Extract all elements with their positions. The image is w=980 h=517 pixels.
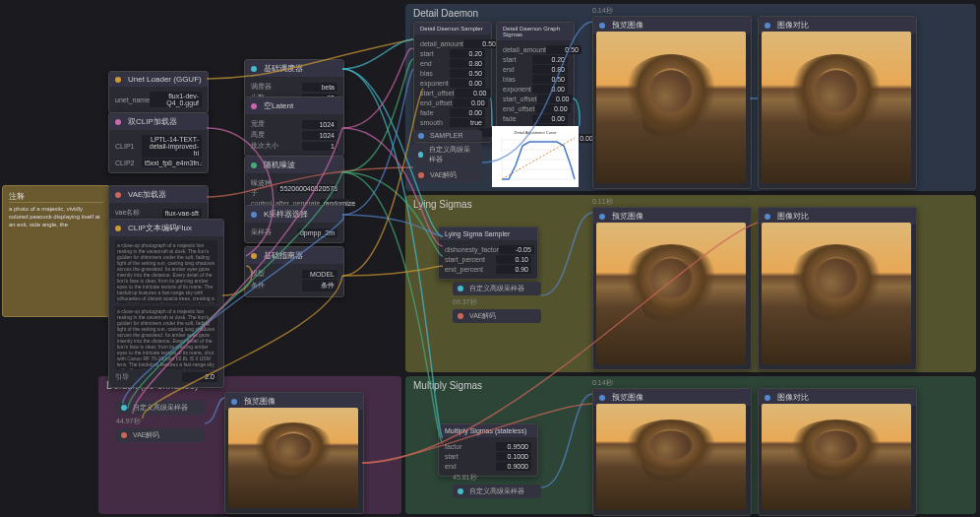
adv-sampler-lying[interactable]: 自定义高级采样器 <box>453 282 541 295</box>
lion-image-2b <box>762 223 911 364</box>
multiply-sigma-node[interactable]: Multiply Sigmas (stateless) factor0.9500… <box>438 423 538 477</box>
progress-default: 44.97秒 <box>116 417 205 426</box>
clip-encode-node[interactable]: CLIP文本编码Flux a close-up photograph of a … <box>108 219 224 388</box>
sigma-chart: Detail Adjustment Curve <box>492 126 579 187</box>
ksampler-select-node[interactable]: K采样器选择 采样器dpmpp_2m <box>244 205 344 243</box>
sampler-link[interactable]: SAMPLER <box>413 130 482 141</box>
note-text: a photo of a majestic, vividly colored p… <box>9 206 103 304</box>
svg-rect-0 <box>492 126 579 187</box>
unet-loader-node[interactable]: Unet Loader (GGUF) unet_nameflux1-dev-Q4… <box>108 71 209 113</box>
progress-lying: 69.37秒 <box>453 297 541 307</box>
vae-decode-default[interactable]: VAE解码 <box>116 428 205 442</box>
adv-sampler-multiply[interactable]: 自定义高级采样器 <box>453 485 541 498</box>
note-panel: 注释 a photo of a majestic, vividly colore… <box>2 185 110 317</box>
svg-text:Detail Adjustment Curve: Detail Adjustment Curve <box>515 130 558 135</box>
adv-sampler-default[interactable]: 自定义高级采样器 <box>116 401 205 415</box>
time-badge-1: 0.14秒 <box>592 6 613 16</box>
lion-image-1 <box>596 32 746 183</box>
time-badge-2: 0.11秒 <box>592 197 613 207</box>
prompt-text-1[interactable]: a close-up photograph of a majestic lion… <box>115 240 217 303</box>
detail-daemon-sampler-node[interactable]: Detail Daemon Sampler detail_amount0.50s… <box>413 22 492 143</box>
lying-sigma-sampler-node[interactable]: Lying Sigma Sampler dishonesty_factor-0.… <box>438 226 538 280</box>
lion-image-3 <box>596 404 746 510</box>
empty-latent-node[interactable]: 空Latent 宽度1024高度1024批次大小1 <box>244 97 344 157</box>
clip-loader-node[interactable]: 双CLIP加载器 CLIP1LPTL-14-TEXT-detail-improv… <box>108 112 209 173</box>
progress-multiply: 45.81秒 <box>453 473 541 483</box>
vae-decode-link[interactable]: VAE解码 <box>413 168 482 182</box>
lion-image-default <box>228 408 358 508</box>
prompt-text-2[interactable]: a close-up photograph of a majestic lion… <box>115 306 217 369</box>
lion-image-2 <box>596 223 746 364</box>
lion-image-1b <box>762 32 911 183</box>
basic-guide-node[interactable]: 基础指南器 模型MODEL条件条件 <box>244 246 344 297</box>
lion-image-3b <box>762 404 911 510</box>
adv-sampler-link[interactable]: 自定义高级采样器 <box>413 143 482 166</box>
vae-decode-lying[interactable]: VAE解码 <box>453 309 541 323</box>
time-badge-3: 0.14秒 <box>592 378 613 388</box>
